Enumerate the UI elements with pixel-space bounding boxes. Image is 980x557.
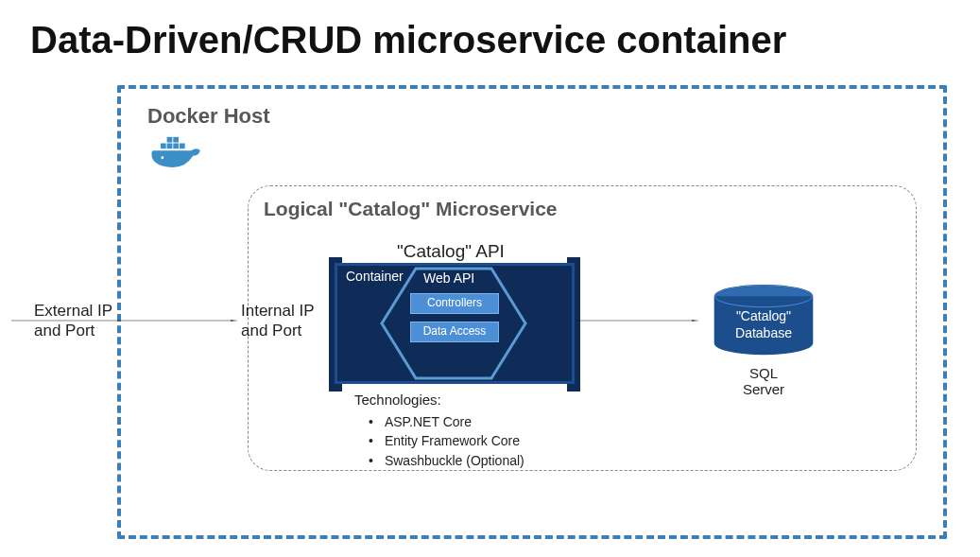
internal-ip-label: Internal IP and Port: [241, 301, 315, 341]
database-line2: Database: [728, 325, 799, 342]
internal-ip-line1: Internal IP: [241, 301, 315, 321]
svg-rect-1: [167, 144, 173, 149]
arrow-container-to-db-icon: [576, 320, 699, 322]
internal-ip-line2: and Port: [241, 321, 315, 340]
svg-rect-5: [180, 144, 185, 149]
container-bracket-icon: [575, 263, 580, 386]
data-access-box: Data Access: [410, 322, 499, 342]
tech-item: Swashbuckle (Optional): [369, 451, 524, 470]
database-line1: "Catalog": [728, 308, 799, 325]
svg-marker-11: [692, 320, 699, 322]
technologies-heading: Technologies:: [354, 392, 441, 408]
docker-whale-icon: [151, 134, 206, 172]
page-title: Data-Driven/CRUD microservice container: [30, 19, 786, 61]
controllers-box: Controllers: [410, 293, 499, 314]
external-ip-line1: External IP: [34, 301, 112, 321]
svg-rect-2: [173, 144, 179, 149]
logical-microservice-label: Logical "Catalog" Microservice: [264, 198, 558, 220]
docker-host-label: Docker Host: [147, 104, 270, 129]
tech-item: Entity Framework Core: [369, 431, 524, 450]
svg-point-6: [161, 156, 163, 159]
svg-rect-4: [173, 137, 179, 143]
sqlserver-label: SQL Server: [728, 365, 799, 397]
catalog-api-label: "Catalog" API: [397, 241, 505, 262]
technologies-list: ASP.NET Core Entity Framework Core Swash…: [369, 412, 524, 470]
svg-marker-8: [231, 320, 238, 322]
svg-rect-0: [161, 144, 166, 149]
external-ip-line2: and Port: [34, 321, 112, 340]
tech-item: ASP.NET Core: [369, 412, 524, 431]
webapi-label: Web API: [423, 270, 474, 286]
arrow-external-to-internal-icon: [11, 320, 238, 322]
database-label: "Catalog" Database: [728, 308, 799, 341]
svg-rect-3: [167, 137, 173, 143]
